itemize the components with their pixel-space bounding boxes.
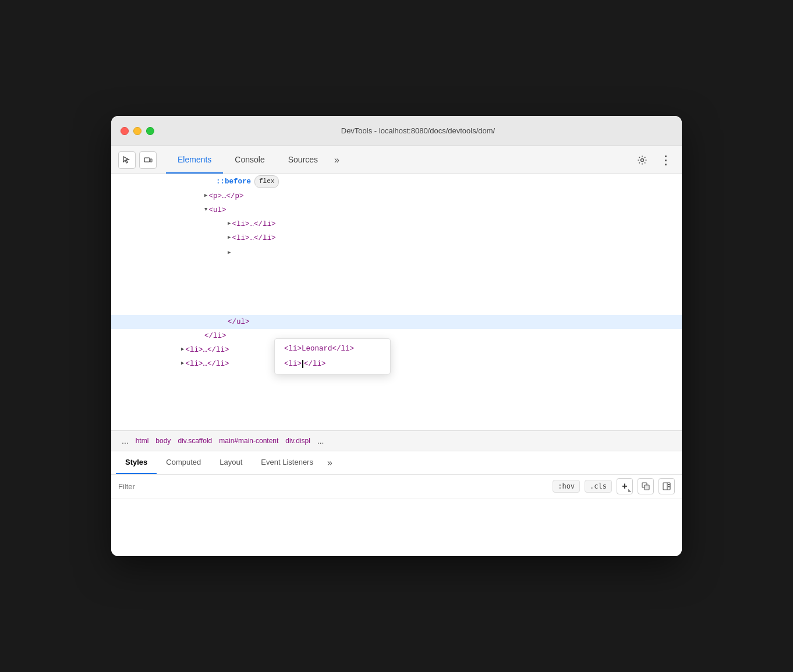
svg-point-2	[641, 158, 644, 161]
filter-bar: :hov .cls + ◣	[111, 475, 682, 498]
styles-panel: Styles Computed Layout Event Listeners »…	[111, 451, 682, 556]
hov-button[interactable]: :hov	[553, 480, 580, 493]
flex-badge: flex	[254, 175, 279, 188]
dom-panel[interactable]: ::before flex <p>…</p> <ul> <li>…</li> <…	[111, 174, 682, 430]
expand-li4[interactable]	[181, 359, 184, 367]
device-toolbar-button[interactable]	[139, 151, 157, 169]
styles-tab-computed[interactable]: Computed	[157, 451, 210, 474]
tag-ul: <ul>	[208, 204, 226, 216]
add-rule-button[interactable]: + ◣	[617, 478, 633, 494]
styles-tab-layout[interactable]: Layout	[210, 451, 252, 474]
dom-line-li3: <li>…</li>	[111, 343, 682, 357]
cursor-icon	[122, 155, 132, 165]
dom-line-ul: <ul>	[111, 203, 682, 217]
svg-rect-5	[645, 486, 649, 489]
maximize-button[interactable]	[146, 127, 154, 135]
tab-elements[interactable]: Elements	[166, 146, 223, 174]
dom-line-before: ::before flex	[111, 174, 682, 189]
traffic-lights	[121, 127, 154, 135]
tab-console[interactable]: Console	[223, 146, 276, 174]
svg-rect-0	[144, 158, 150, 162]
cls-button[interactable]: .cls	[585, 480, 612, 493]
sidebar-icon	[663, 482, 671, 490]
styles-tab-event-listeners[interactable]: Event Listeners	[252, 451, 323, 474]
paint-icon	[642, 482, 650, 490]
sidebar-button[interactable]	[659, 478, 675, 494]
breadcrumb-more-end[interactable]: ...	[314, 436, 328, 445]
main-tabs: Elements Console Sources »	[166, 146, 344, 174]
expand-li3[interactable]	[181, 345, 184, 353]
toolbar-icons	[118, 151, 157, 169]
svg-rect-9	[668, 486, 670, 487]
tag-li2: <li>…</li>	[232, 232, 275, 244]
dom-line-p: <p>…</p>	[111, 189, 682, 203]
breadcrumb-html[interactable]: html	[132, 436, 153, 446]
filter-input[interactable]	[118, 482, 548, 491]
breadcrumb-more-start[interactable]: ...	[118, 436, 132, 445]
dom-line-close-ul: </ul>	[111, 315, 682, 329]
more-tabs-button[interactable]: »	[330, 146, 344, 174]
tag-li1: <li>…</li>	[232, 218, 275, 230]
breadcrumb-body[interactable]: body	[152, 436, 174, 446]
dom-line-li4: <li>…</li>	[111, 357, 682, 371]
breadcrumb-div-scaffold[interactable]: div.scaffold	[174, 436, 215, 446]
minimize-button[interactable]	[133, 127, 141, 135]
dom-line-close-li: </li>	[111, 329, 682, 343]
breadcrumb-bar: ... html body div.scaffold main#main-con…	[111, 430, 682, 451]
breadcrumb-div-displ[interactable]: div.displ	[282, 436, 313, 446]
more-styles-tabs-button[interactable]: »	[323, 451, 337, 474]
expand-p[interactable]	[204, 192, 207, 200]
dom-line-li2: <li>…</li>	[111, 231, 682, 245]
styles-tabs: Styles Computed Layout Event Listeners »	[111, 451, 682, 475]
svg-rect-1	[150, 159, 152, 162]
close-button[interactable]	[121, 127, 129, 135]
tag-close-li: </li>	[204, 330, 226, 342]
devtools-window: DevTools - localhost:8080/docs/devtools/…	[111, 116, 682, 556]
autocomplete-popup: <li>Leonard</li> <li></li>	[274, 338, 391, 374]
devtools-toolbar: Elements Console Sources » ⋮	[111, 146, 682, 174]
tab-sources[interactable]: Sources	[277, 146, 330, 174]
paint-button[interactable]	[638, 478, 654, 494]
dom-line-li-partial	[111, 245, 682, 315]
tag-p: <p>…</p>	[208, 190, 243, 202]
expand-li1[interactable]	[228, 220, 231, 228]
device-icon	[143, 155, 153, 165]
tag-li4: <li>…</li>	[185, 358, 229, 370]
title-bar: DevTools - localhost:8080/docs/devtools/…	[111, 116, 682, 146]
gear-icon	[637, 155, 647, 165]
expand-li2[interactable]	[228, 234, 231, 242]
breadcrumb-main[interactable]: main#main-content	[215, 436, 282, 446]
tag-li3: <li>…</li>	[185, 344, 229, 356]
svg-rect-8	[668, 484, 670, 485]
styles-tab-styles[interactable]: Styles	[116, 451, 157, 474]
autocomplete-item-2[interactable]: <li></li>	[275, 356, 390, 372]
toolbar-right: ⋮	[633, 151, 675, 169]
window-title: DevTools - localhost:8080/docs/devtools/…	[164, 126, 672, 135]
menu-button[interactable]: ⋮	[656, 151, 675, 169]
autocomplete-item-1[interactable]: <li>Leonard</li>	[275, 341, 390, 356]
dom-line-li1: <li>…</li>	[111, 217, 682, 231]
settings-button[interactable]	[633, 151, 652, 169]
tag-close-ul: </ul>	[228, 316, 250, 328]
expand-ul[interactable]	[204, 206, 207, 214]
expand-li-partial[interactable]	[228, 249, 231, 257]
inspect-element-button[interactable]	[118, 151, 136, 169]
pseudo-before: ::before	[216, 176, 251, 188]
